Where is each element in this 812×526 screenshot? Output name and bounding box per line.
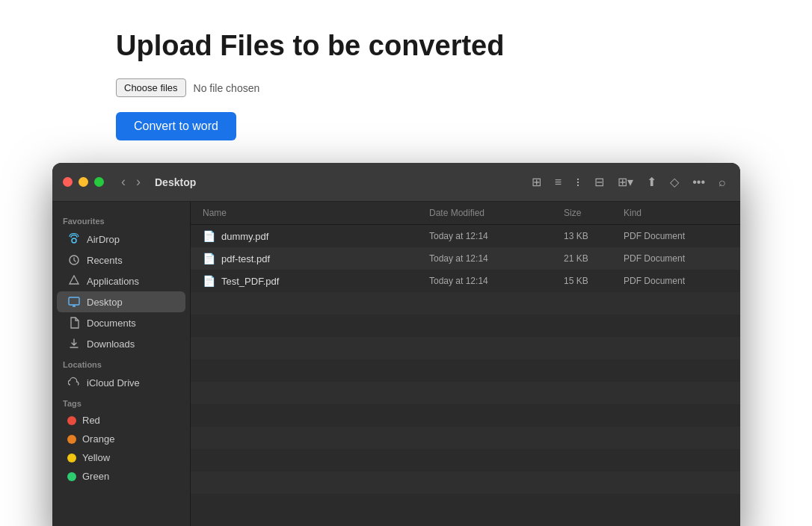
column-headers: Name Date Modified Size Kind [191,202,740,225]
grid-view-icon[interactable]: ⊞ [528,173,545,191]
no-file-label: No file chosen [194,82,260,94]
empty-row [191,471,740,494]
empty-row [191,494,740,516]
sidebar-item-icloud-label: iCloud Drive [87,377,140,389]
svg-point-0 [72,238,76,243]
col-date-modified[interactable]: Date Modified [429,202,564,224]
tag-green-dot [67,472,76,481]
sidebar-item-airdrop[interactable]: AirDrop [57,229,185,250]
applications-icon [67,274,81,288]
choose-files-button[interactable]: Choose files [116,78,186,97]
table-row[interactable]: 📄 dummy.pdf Today at 12:14 13 KB PDF Doc… [191,225,740,247]
sidebar-item-tag-orange[interactable]: Orange [57,430,185,448]
svg-rect-2 [69,297,79,305]
column-view-icon[interactable]: ⫶ [571,173,585,191]
file-size: 21 KB [564,253,624,264]
forward-button[interactable]: › [132,173,144,191]
downloads-icon [67,337,81,350]
pdf-icon: 📄 [203,230,215,242]
sidebar-item-documents[interactable]: Documents [57,312,185,333]
empty-row [191,449,740,471]
file-size: 15 KB [564,276,624,286]
pdf-icon: 📄 [203,275,215,287]
empty-row [191,359,740,382]
sidebar-item-downloads-label: Downloads [87,338,135,350]
file-name-cell: 📄 dummy.pdf [203,230,429,242]
file-kind: PDF Document [624,276,728,286]
tag-icon[interactable]: ◇ [666,173,683,191]
sidebar-item-airdrop-label: AirDrop [87,234,120,245]
table-row[interactable]: 📄 Test_PDF.pdf Today at 12:14 15 KB PDF … [191,270,740,292]
traffic-lights [63,177,104,187]
file-input-row: Choose files No file chosen [116,78,812,97]
locations-label: Locations [52,354,190,372]
file-kind: PDF Document [624,231,728,241]
table-row[interactable]: 📄 pdf-test.pdf Today at 12:14 21 KB PDF … [191,247,740,270]
empty-row [191,315,740,337]
search-icon[interactable]: ⌕ [715,173,730,191]
sidebar-item-tag-red[interactable]: Red [57,411,185,430]
file-name: Test_PDF.pdf [221,276,279,287]
sidebar-item-desktop[interactable]: Desktop [57,291,185,312]
sidebar-item-tag-green[interactable]: Green [57,467,185,486]
titlebar-nav: ‹ › [117,173,144,191]
share-icon[interactable]: ⬆ [643,173,660,191]
col-size[interactable]: Size [564,202,624,224]
close-button[interactable] [63,177,73,187]
finder-window: ‹ › Desktop ⊞ ≡ ⫶ ⊟ ⊞▾ ⬆ ◇ ••• ⌕ Favouri… [52,163,740,526]
documents-icon [67,316,81,329]
empty-row [191,292,740,315]
back-button[interactable]: ‹ [117,173,129,191]
desktop-icon [67,295,81,309]
tag-yellow-dot [67,454,76,462]
col-kind[interactable]: Kind [624,202,728,224]
sidebar-item-icloud[interactable]: iCloud Drive [57,372,185,393]
titlebar: ‹ › Desktop ⊞ ≡ ⫶ ⊟ ⊞▾ ⬆ ◇ ••• ⌕ [52,163,740,202]
titlebar-tools: ⊞ ≡ ⫶ ⊟ ⊞▾ ⬆ ◇ ••• ⌕ [528,173,730,191]
col-name[interactable]: Name [203,202,429,224]
empty-row [191,427,740,449]
file-name: pdf-test.pdf [221,253,270,264]
file-date: Today at 12:14 [429,253,564,264]
empty-row [191,404,740,427]
sidebar-item-recents[interactable]: Recents [57,250,185,270]
top-section: Upload Files to be converted Choose file… [0,0,812,163]
titlebar-title: Desktop [155,176,196,188]
tag-orange-dot [67,435,76,444]
empty-rows [191,292,740,526]
tag-yellow-label: Yellow [82,452,110,463]
file-name-cell: 📄 pdf-test.pdf [203,253,429,264]
tag-red-dot [67,416,76,425]
fullscreen-button[interactable] [94,177,104,187]
sidebar-item-applications[interactable]: Applications [57,270,185,291]
list-view-icon[interactable]: ≡ [551,173,565,191]
more-icon[interactable]: ••• [689,173,709,191]
sidebar-item-recents-label: Recents [87,255,123,266]
sidebar-item-tag-yellow[interactable]: Yellow [57,448,185,467]
sidebar: Favourites AirDrop [52,202,191,526]
minimize-button[interactable] [79,177,88,187]
file-kind: PDF Document [624,253,728,264]
icloud-icon [67,376,81,389]
sidebar-item-applications-label: Applications [87,276,139,287]
arrange-icon[interactable]: ⊞▾ [614,173,637,191]
file-name: dummy.pdf [221,231,268,242]
recents-icon [67,253,81,267]
sidebar-item-downloads[interactable]: Downloads [57,333,185,354]
tag-green-label: Green [82,471,109,482]
sidebar-item-desktop-label: Desktop [87,297,123,308]
convert-button[interactable]: Convert to word [116,112,236,140]
tags-label: Tags [52,393,190,411]
file-name-cell: 📄 Test_PDF.pdf [203,275,429,287]
empty-row [191,337,740,359]
tag-orange-label: Orange [82,433,114,445]
file-size: 13 KB [564,231,624,241]
pdf-icon: 📄 [203,253,215,264]
file-date: Today at 12:14 [429,276,564,286]
gallery-view-icon[interactable]: ⊟ [591,173,608,191]
airdrop-icon [67,232,81,246]
empty-row [191,382,740,404]
sidebar-item-documents-label: Documents [87,318,136,329]
favourites-label: Favourites [52,211,190,229]
tag-red-label: Red [82,415,100,426]
